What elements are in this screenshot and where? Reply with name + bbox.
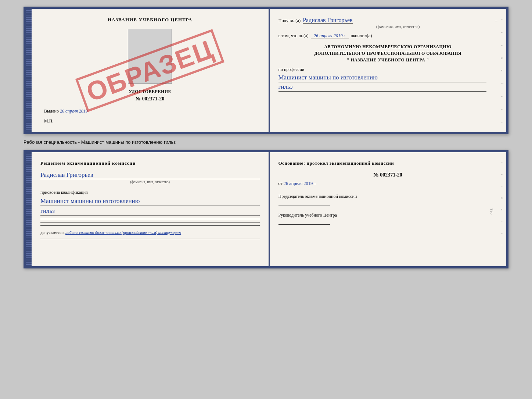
top-right-half: Получил(а) Радислав Григорьев (фамилия, … [270,9,507,132]
dopusk-italic: работе согласно должностным (производств… [65,230,181,235]
qual-line2 [40,222,260,222]
predsedatel-role: Председатель экзаменационной комиссии [278,193,498,200]
cert-udost-label: УДОСТОВЕРЕНИЕ [40,89,260,95]
qual-line3 [40,225,260,226]
qual-person-sub: (фамилия, имя, отчество) [40,180,260,184]
profession-value2: гильз [278,82,487,92]
vtom-date: 26 апреля 2019г. [311,33,349,39]
top-document-card: НАЗВАНИЕ УЧЕБНОГО ЦЕНТРА УДОСТОВЕРЕНИЕ №… [24,7,508,134]
osn-date-prefix: от [278,181,283,186]
osn-date-row: от 26 апреля 2019 – [278,181,498,186]
cert-photo-placeholder [128,29,172,84]
qual-person-name: Радислав Григорьев [40,171,260,179]
predsedatel-signature-line [278,206,330,206]
osn-number: № 002371-20 [278,172,498,178]
qual-assigned-line2: гильз [40,207,260,216]
poluchil-label: Получил(а) [278,18,301,24]
dash1: – [495,18,497,24]
qual-line4 [40,239,260,239]
qual-heading: Решением экзаменационной комиссии [40,160,260,166]
ano-block: АВТОНОМНУЮ НЕКОММЕРЧЕСКУЮ ОРГАНИЗАЦИЮ ДО… [278,43,498,63]
ano-line2: ДОПОЛНИТЕЛЬНОГО ПРОФЕССИОНАЛЬНОГО ОБРАЗО… [278,50,498,57]
osn-dash-date: – [314,181,316,186]
qual-assigned-line1: Машинист машины по изготовлению [40,197,260,206]
profession-value1: Машинист машины по изготовлению [278,73,487,82]
bottom-right-half: Основание: протокол экзаменационной коми… [270,152,507,266]
cert-vydano-date: 26 апреля 2019 [60,108,88,114]
okoncil-label: окончил(а) [351,33,372,39]
predsedatel-label: Председатель экзаменационной комиссии [278,194,357,199]
doc-spine-bottom [26,152,32,266]
dopusk-prefix: допускается к [40,230,64,235]
cert-number: № 002371-20 [40,96,260,102]
caption-line: Рабочая специальность - Машинист машины … [24,138,508,146]
ano-line1: АВТОНОМНУЮ НЕКОММЕРЧЕСКУЮ ОРГАНИЗАЦИЮ [278,43,498,50]
bottom-document-card: Решением экзаменационной комиссии Радисл… [24,150,508,268]
qual-assigned-label: присвоена квалификация [40,190,260,195]
tto-mark: TTo [490,209,495,215]
vtom-row: в том, что он(а) 26 апреля 2019г. окончи… [278,33,498,39]
right-edge-marks-top: – – – и а ← – – – [501,9,504,132]
po-professii-label: по профессии [278,67,487,72]
poluchil-row: Получил(а) Радислав Григорьев (фамилия, … [278,17,498,29]
qual-person-block: Радислав Григорьев (фамилия, имя, отчест… [40,171,260,184]
poluchil-sub: (фамилия, имя, отчество) [303,24,493,29]
rukovoditel-signature-line [278,224,330,225]
qual-dopusk: допускается к работе согласно должностны… [40,229,260,236]
cert-vydano: Выдано 26 апреля 2019 [40,108,260,114]
osn-date-value: 26 апреля 2019 [284,181,313,186]
doc-spine-top [26,9,32,132]
bottom-left-half: Решением экзаменационной комиссии Радисл… [32,152,270,266]
profession-block: по профессии Машинист машины по изготовл… [278,67,498,92]
rukovoditel-role: Руководитель учебного Центра [278,212,498,218]
rukovoditel-label: Руководитель учебного Центра [278,213,337,218]
qual-line1 [40,219,260,219]
cert-vydano-label: Выдано [44,108,59,114]
cert-school-title: НАЗВАНИЕ УЧЕБНОГО ЦЕНТРА [40,17,260,23]
right-edge-marks-bottom: – – – и а ← – – – [501,152,504,266]
cert-mp: М.П. [40,118,260,124]
osn-heading: Основание: протокол экзаменационной коми… [278,160,498,166]
top-left-half: НАЗВАНИЕ УЧЕБНОГО ЦЕНТРА УДОСТОВЕРЕНИЕ №… [32,9,270,132]
poluchil-name: Радислав Григорьев [303,17,352,24]
ano-line3: " НАЗВАНИЕ УЧЕБНОГО ЦЕНТРА " [278,57,498,63]
vtom-label: в том, что он(а) [278,33,309,39]
